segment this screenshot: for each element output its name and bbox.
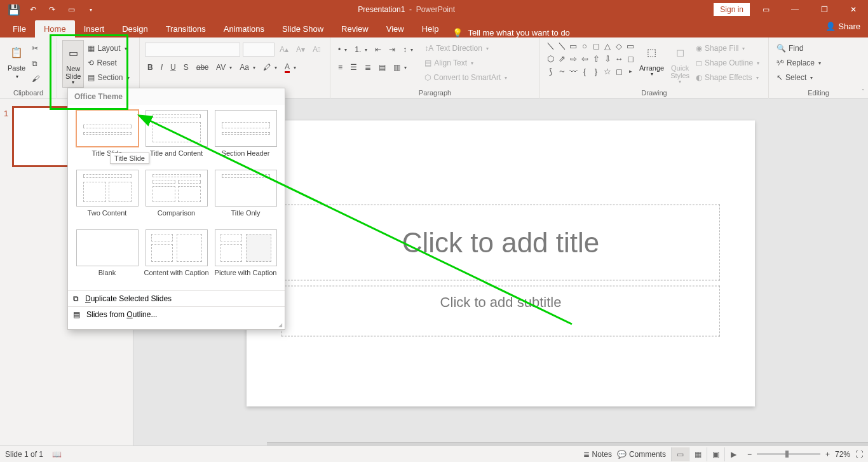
- tab-slideshow[interactable]: Slide Show: [273, 20, 332, 37]
- slides-from-outline-item[interactable]: ▤ Slides from Outline...: [68, 306, 285, 322]
- shape-fill-button[interactable]: ◉Shape Fill: [693, 41, 762, 55]
- paste-button[interactable]: 📋 Paste: [5, 40, 28, 81]
- normal-view-button[interactable]: ▭: [671, 447, 689, 461]
- layout-two-content[interactable]: Two Content: [74, 170, 140, 226]
- font-family-dropdown[interactable]: [145, 43, 240, 57]
- layout-blank[interactable]: Blank: [74, 229, 140, 285]
- signin-button[interactable]: Sign in: [714, 3, 750, 16]
- zoom-handle[interactable]: [785, 451, 789, 458]
- comments-button[interactable]: 💬Comments: [617, 450, 666, 459]
- underline-button[interactable]: U: [168, 60, 179, 74]
- new-slide-button[interactable]: ▭ New Slide ▾: [62, 40, 84, 88]
- subtitle-placeholder[interactable]: Click to add subtitle: [281, 286, 720, 337]
- quick-styles-label: Quick Styles: [670, 64, 689, 79]
- zoom-percent[interactable]: 72%: [835, 450, 850, 459]
- spellcheck-button[interactable]: 📖: [52, 450, 62, 459]
- align-text-button[interactable]: ▤Align Text: [422, 56, 510, 70]
- effects-icon: ◐: [696, 73, 702, 82]
- font-size-dropdown[interactable]: [243, 43, 275, 57]
- arrange-button[interactable]: ⬚ Arrange ▾: [637, 40, 667, 79]
- shape-effects-button[interactable]: ◐Shape Effects: [693, 71, 762, 85]
- tab-animations[interactable]: Animations: [215, 20, 273, 37]
- shape-outline-button[interactable]: ◻Shape Outline: [693, 56, 762, 70]
- slideshow-view-button[interactable]: ▶: [724, 447, 742, 461]
- layout-content-with-caption[interactable]: Content with Caption: [144, 229, 209, 285]
- justify-button[interactable]: ▤: [376, 60, 388, 74]
- layout-title-only[interactable]: Title Only: [213, 170, 278, 226]
- align-right-button[interactable]: ≣: [362, 60, 374, 74]
- maximize-button[interactable]: ❐: [810, 0, 839, 19]
- quick-styles-button[interactable]: ◻ Quick Styles ▾: [668, 40, 692, 86]
- undo-button[interactable]: ↶: [24, 2, 42, 17]
- qat-customize-button[interactable]: [81, 2, 99, 17]
- bold-button[interactable]: B: [145, 60, 156, 74]
- title-placeholder[interactable]: Click to add title: [281, 205, 720, 281]
- ribbon-display-button[interactable]: ▭: [751, 0, 780, 19]
- tab-file[interactable]: File: [4, 20, 35, 37]
- format-painter-button[interactable]: 🖌: [29, 72, 42, 86]
- share-button[interactable]: 👤 Share: [825, 22, 860, 31]
- select-button[interactable]: ↖Select: [774, 71, 815, 85]
- layout-button[interactable]: ▦Layout: [85, 41, 132, 55]
- increase-font-button[interactable]: A▴: [277, 43, 291, 57]
- decrease-font-button[interactable]: A▾: [294, 43, 308, 57]
- tab-review[interactable]: Review: [332, 20, 377, 37]
- convert-smartart-button[interactable]: ⬡Convert to SmartArt: [422, 71, 510, 85]
- shadow-button[interactable]: S: [181, 60, 191, 74]
- shape-effects-label: Shape Effects: [705, 73, 752, 82]
- highlight-button[interactable]: 🖍: [261, 60, 280, 74]
- layout-comparison[interactable]: Comparison: [144, 170, 209, 226]
- replace-button[interactable]: ᵃ⁄ᵇReplace: [774, 56, 824, 70]
- find-button[interactable]: 🔍Find: [774, 41, 806, 55]
- copy-icon: ⧉: [32, 59, 37, 68]
- layout-title-and-content[interactable]: Title and Content: [144, 110, 209, 166]
- clear-formatting-button[interactable]: A⃠: [310, 43, 323, 57]
- duplicate-slides-item[interactable]: ⧉ Duplicate Selected Slides: [68, 290, 285, 306]
- tab-help[interactable]: Help: [413, 20, 448, 37]
- line-spacing-button[interactable]: ↕: [400, 43, 416, 57]
- save-button[interactable]: 💾: [5, 2, 23, 17]
- tell-me-search[interactable]: 💡 Tell me what you want to do: [452, 28, 569, 37]
- font-color-button[interactable]: A: [282, 60, 299, 74]
- decrease-indent-button[interactable]: ⇤: [372, 43, 384, 57]
- increase-indent-button[interactable]: ⇥: [386, 43, 398, 57]
- section-button[interactable]: ▤Section: [85, 71, 132, 85]
- layout-section-header[interactable]: Section Header: [213, 110, 278, 166]
- copy-button[interactable]: ⧉: [29, 57, 42, 71]
- resize-grip[interactable]: ◢: [68, 322, 285, 329]
- text-direction-button[interactable]: ↕AText Direction: [422, 41, 510, 55]
- cut-button[interactable]: ✂: [29, 41, 42, 55]
- tab-view[interactable]: View: [377, 20, 413, 37]
- zoom-in-button[interactable]: +: [825, 450, 830, 459]
- align-center-button[interactable]: ☰: [348, 60, 360, 74]
- tab-design[interactable]: Design: [113, 20, 156, 37]
- highlight-icon: 🖍: [263, 63, 271, 72]
- bullets-button[interactable]: •: [336, 43, 349, 57]
- minimize-button[interactable]: —: [780, 0, 810, 19]
- reset-button[interactable]: ⟲Reset: [85, 56, 132, 70]
- tab-transitions[interactable]: Transitions: [157, 20, 215, 37]
- layout-picture-with-caption[interactable]: Picture with Caption: [213, 229, 278, 285]
- sorter-view-button[interactable]: ▦: [689, 447, 707, 461]
- align-left-button[interactable]: ≡: [336, 60, 345, 74]
- fit-to-window-button[interactable]: ⛶: [855, 450, 863, 459]
- collapse-ribbon-button[interactable]: ˇ: [862, 89, 864, 96]
- zoom-out-button[interactable]: −: [747, 450, 752, 459]
- tab-insert[interactable]: Insert: [75, 20, 114, 37]
- notes-button[interactable]: ≣Notes: [583, 450, 612, 459]
- char-spacing-button[interactable]: AV: [214, 60, 234, 74]
- redo-button[interactable]: ↷: [43, 2, 61, 17]
- slide-canvas[interactable]: Click to add title Click to add subtitle: [247, 121, 755, 407]
- zoom-slider[interactable]: [757, 453, 820, 455]
- start-from-beginning-button[interactable]: ▭: [62, 2, 80, 17]
- shapes-gallery[interactable]: ＼＼▭○◻△◇▭ ⬡⇗⇨⇦⇧⇩↔◻ ⟆～〰{}☆◻▸: [545, 40, 635, 77]
- close-button[interactable]: ✕: [839, 0, 868, 19]
- text-direction-icon: ↕A: [424, 44, 433, 53]
- strikethrough-button[interactable]: abc: [194, 60, 211, 74]
- numbering-button[interactable]: 1.: [352, 43, 370, 57]
- change-case-button[interactable]: Aa: [237, 60, 258, 74]
- reading-view-button[interactable]: ▣: [707, 447, 724, 461]
- columns-button[interactable]: ▥: [391, 60, 409, 74]
- tab-home[interactable]: Home: [35, 20, 75, 37]
- italic-button[interactable]: I: [158, 60, 165, 74]
